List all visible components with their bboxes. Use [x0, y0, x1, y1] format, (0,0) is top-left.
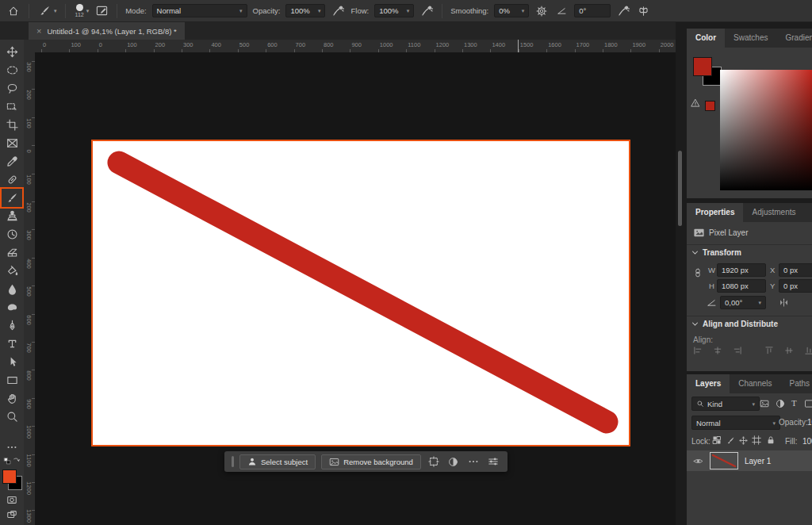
x-field[interactable]: 0 px — [779, 263, 812, 277]
brush-settings-panel-icon[interactable] — [94, 4, 109, 18]
select-subject-button[interactable]: Select subject — [239, 454, 316, 469]
align-section-header[interactable]: Align and Distribute — [691, 320, 778, 328]
gamut-warning-icon[interactable] — [691, 98, 700, 108]
marquee-tool[interactable] — [2, 61, 22, 79]
layer-row[interactable]: Layer 1 — [687, 450, 812, 471]
symmetry-butterfly-icon[interactable] — [636, 4, 650, 18]
pen-tool[interactable] — [2, 316, 22, 335]
layers-opacity-value[interactable]: 100% — [807, 418, 812, 427]
adjustments-icon[interactable] — [446, 454, 461, 469]
smoothing-select[interactable]: 0% ▾ — [494, 4, 529, 17]
filter-pixel-layers-icon[interactable] — [760, 399, 769, 408]
tab-libraries[interactable]: Libraries — [805, 203, 812, 222]
tab-properties[interactable]: Properties — [687, 203, 743, 222]
more-options-icon[interactable] — [466, 454, 481, 469]
layer-visibility-eye-icon[interactable] — [693, 456, 703, 466]
document-tab[interactable]: × Untitled-1 @ 94,1% (Layer 1, RGB/8) * — [29, 22, 185, 40]
tab-paths[interactable]: Paths — [781, 374, 812, 393]
tab-gradients[interactable]: Gradients — [776, 29, 812, 48]
screen-mode-icon[interactable] — [6, 509, 17, 520]
eyedropper-tool[interactable] — [2, 152, 22, 171]
flow-select[interactable]: 100% ▾ — [374, 4, 414, 17]
align-top-icon[interactable] — [764, 346, 774, 355]
align-center-horizontal-icon[interactable] — [713, 346, 722, 355]
default-colors-icon[interactable] — [3, 457, 12, 466]
clone-stamp-tool[interactable] — [2, 207, 22, 225]
lock-position-icon[interactable] — [739, 436, 748, 445]
close-icon[interactable]: × — [36, 26, 41, 36]
foreground-color-swatch[interactable] — [2, 469, 17, 484]
align-right-icon[interactable] — [733, 346, 742, 355]
dodge-tool[interactable] — [2, 298, 22, 316]
fill-value[interactable]: 100% — [802, 437, 812, 446]
brush-tool-icon[interactable] — [37, 4, 52, 18]
rectangle-tool[interactable] — [2, 371, 22, 389]
airbrush-icon[interactable] — [419, 4, 434, 18]
smoothing-gear-icon[interactable] — [534, 4, 549, 18]
history-brush-tool[interactable] — [2, 225, 22, 243]
hand-tool[interactable] — [2, 389, 22, 408]
taskbar-properties-icon[interactable] — [486, 454, 500, 469]
crop-tool[interactable] — [2, 116, 22, 134]
chevron-down-icon[interactable]: ▾ — [86, 8, 90, 14]
gamut-color-swatch[interactable] — [705, 101, 715, 111]
align-left-icon[interactable] — [693, 346, 703, 355]
home-icon[interactable] — [6, 4, 21, 18]
lock-all-icon[interactable] — [766, 435, 776, 445]
color-panel-foreground-swatch[interactable] — [693, 57, 712, 76]
horizontal-ruler[interactable]: 0100010020030040050060070080090010001100… — [24, 40, 676, 53]
filter-type-layers-icon[interactable]: T — [791, 398, 797, 408]
type-tool[interactable] — [2, 335, 22, 353]
object-selection-tool[interactable] — [2, 98, 22, 116]
opacity-select[interactable]: 100% ▾ — [285, 4, 325, 17]
color-field[interactable] — [720, 70, 812, 190]
chevron-down-icon[interactable]: ▾ — [54, 8, 57, 14]
lasso-tool[interactable] — [2, 79, 22, 98]
width-field[interactable]: 1920 px — [717, 263, 766, 277]
blend-mode-select[interactable]: Normal ▾ — [691, 416, 780, 430]
edit-toolbar-icon[interactable] — [6, 442, 17, 453]
tab-channels[interactable]: Channels — [730, 374, 780, 393]
lock-transparency-icon[interactable] — [712, 435, 722, 445]
move-tool[interactable] — [2, 43, 22, 61]
scrollbar-thumb[interactable] — [678, 151, 682, 226]
brush-tool[interactable] — [2, 189, 22, 207]
rotation-select[interactable]: 0,00° ▾ — [720, 296, 766, 309]
tab-color[interactable]: Color — [687, 29, 725, 48]
drag-handle[interactable] — [232, 456, 234, 467]
lock-artboard-icon[interactable] — [752, 435, 761, 445]
filter-adjustment-layers-icon[interactable] — [776, 399, 785, 408]
blur-tool[interactable] — [2, 280, 22, 298]
transform-icon[interactable] — [427, 454, 441, 469]
gradient-tool[interactable] — [2, 262, 22, 280]
path-selection-tool[interactable] — [2, 353, 22, 371]
vertical-ruler[interactable]: 3002001000100200300400500600700800900100… — [24, 52, 36, 525]
quick-mask-icon[interactable] — [6, 494, 17, 505]
y-field[interactable]: 0 px — [779, 279, 812, 293]
zoom-tool[interactable] — [2, 408, 22, 426]
flip-horizontal-icon[interactable] — [779, 297, 789, 308]
swap-colors-icon[interactable] — [12, 457, 21, 466]
tab-layers[interactable]: Layers — [687, 374, 730, 393]
frame-tool[interactable] — [2, 134, 22, 152]
lock-pixels-icon[interactable] — [726, 436, 735, 445]
align-middle-icon[interactable] — [784, 346, 794, 355]
airbrush-pressure-icon[interactable] — [616, 4, 630, 18]
layer-thumbnail[interactable] — [710, 452, 738, 469]
layer-filter-select[interactable]: Kind ▾ — [691, 397, 760, 411]
tab-adjustments[interactable]: Adjustments — [743, 203, 804, 222]
airbrush-opacity-icon[interactable] — [331, 4, 345, 18]
transform-section-header[interactable]: Transform — [691, 248, 741, 257]
link-dimensions-icon[interactable] — [693, 268, 703, 278]
mode-select[interactable]: Normal ▾ — [152, 4, 247, 17]
healing-brush-tool[interactable] — [2, 171, 22, 189]
align-bottom-icon[interactable] — [804, 346, 812, 355]
filter-smart-objects-icon[interactable] — [804, 399, 812, 408]
eraser-tool[interactable] — [2, 243, 22, 262]
brush-preset-picker[interactable]: 112 — [75, 4, 84, 17]
tab-swatches[interactable]: Swatches — [725, 29, 776, 48]
remove-background-button[interactable]: Remove background — [321, 454, 421, 469]
document-canvas[interactable] — [91, 140, 630, 446]
brush-angle-field[interactable]: 0° — [574, 4, 611, 17]
height-field[interactable]: 1080 px — [717, 279, 766, 293]
